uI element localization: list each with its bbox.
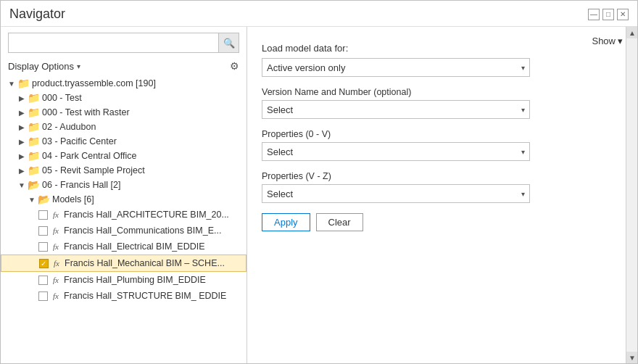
content-area: 🔍 Display Options ▾ ⚙ ▼ 📁 product.tryass… [1,27,637,363]
tree-item-francis-hall[interactable]: ▼ 📂 06 - Francis Hall [2] [1,178,246,192]
search-button[interactable]: 🔍 [218,33,239,52]
tree-item-000-raster[interactable]: ▶ 📁 000 - Test with Raster [1,105,246,120]
scroll-up-button[interactable]: ▲ [626,27,637,38]
folder-icon: 📁 [27,151,40,161]
properties-vz-label: Properties (V - Z) [262,171,623,181]
item-expand-arrow: ▶ [17,122,27,132]
folder-icon: 📁 [27,122,40,132]
display-options-bar: Display Options ▾ ⚙ [1,57,246,76]
root-label: product.tryassemble.com [190] [32,78,156,88]
fx-icon: fx [50,276,62,284]
checkbox-area [37,209,49,220]
buttons-row: Apply Clear [262,213,623,231]
folder-icon: 📁 [27,93,40,103]
item-expand-arrow: ▶ [17,151,27,161]
checkbox-area [37,290,49,302]
item-label: 06 - Francis Hall [2] [42,180,120,190]
active-version-dropdown[interactable]: Active version only ▾ [262,58,530,77]
item-label: Francis Hall_STRUCTURE BIM_ EDDIE [64,291,226,301]
tree-item-park-central[interactable]: ▶ 📁 04 - Park Central Office [1,149,246,163]
fx-icon: fx [51,259,62,268]
properties-0v-value: Select [267,146,293,157]
checkbox-fh-comm[interactable] [38,226,48,236]
fx-icon: fx [50,242,62,251]
item-label: 000 - Test [42,93,82,103]
checkbox-fh-arch[interactable] [38,210,48,220]
tree-container[interactable]: ▼ 📁 product.tryassemble.com [190] ▶ 📁 00… [1,76,246,363]
checkbox-area [37,241,49,252]
version-name-value: Select [267,104,293,115]
version-name-arrow: ▾ [521,106,525,114]
active-version-value: Active version only [267,62,345,73]
maximize-button[interactable]: □ [602,9,614,20]
display-options-label: Display Options [8,61,74,72]
version-name-row: Version Name and Number (optional) Selec… [262,87,623,119]
search-bar: 🔍 [8,33,239,53]
tree-item-000-test[interactable]: ▶ 📁 000 - Test [1,91,246,105]
item-label: 04 - Park Central Office [42,151,136,161]
show-button[interactable]: Show ▾ [592,36,623,46]
tree-item-revit-sample[interactable]: ▶ 📁 05 - Revit Sample Project [1,163,246,178]
checkbox-area: ✓ [38,257,49,269]
properties-0v-row: Properties (0 - V) Select ▾ [262,129,623,161]
tree-item-fh-struct[interactable]: fx Francis Hall_STRUCTURE BIM_ EDDIE [1,288,246,304]
item-expand-arrow: ▼ [27,194,37,204]
right-scrollbar: ▲ ▼ [626,27,637,363]
tree-root-item[interactable]: ▼ 📁 product.tryassemble.com [190] [1,76,246,91]
item-expand-arrow: ▶ [17,107,27,117]
properties-vz-value: Select [267,189,293,199]
checkbox-fh-struct[interactable] [38,291,48,301]
tree-item-audubon[interactable]: ▶ 📁 02 - Audubon [1,120,246,134]
folder-icon: 📁 [27,165,40,175]
properties-vz-arrow: ▾ [521,190,525,198]
load-model-section: Load model data for: Active version only… [262,43,623,231]
checkbox-fh-elec[interactable] [38,242,48,252]
clear-button[interactable]: Clear [316,213,363,231]
display-options-arrow: ▾ [77,62,80,70]
navigator-window: Navigator — □ ✕ 🔍 Display Options ▾ ⚙ [0,0,638,364]
scroll-down-button[interactable]: ▼ [626,352,637,363]
properties-0v-dropdown[interactable]: Select ▾ [262,142,530,161]
load-model-label: Load model data for: [262,43,623,54]
tree-item-pacific[interactable]: ▶ 📁 03 - Pacific Center [1,134,246,149]
tree-item-fh-mech[interactable]: ✓ fx Francis Hall_Mechanical BIM – SCHE.… [1,255,246,272]
options-icon-button[interactable]: ⚙ [230,60,239,72]
version-name-label: Version Name and Number (optional) [262,87,623,97]
apply-button[interactable]: Apply [262,213,310,231]
close-button[interactable]: ✕ [617,9,629,20]
item-expand-arrow: ▼ [17,180,27,190]
checkbox-area [37,225,49,236]
properties-vz-row: Properties (V - Z) Select ▾ [262,171,623,203]
item-label: Francis Hall_Communications BIM_E... [64,226,221,236]
checkbox-fh-plumb[interactable] [38,276,48,285]
minimize-button[interactable]: — [588,9,600,20]
fx-icon: fx [50,226,62,235]
window-title: Navigator [9,7,65,22]
title-controls: — □ ✕ [588,9,629,20]
tree-item-models[interactable]: ▼ 📂 Models [6] [1,192,246,207]
item-label: 03 - Pacific Center [42,136,117,146]
title-bar: Navigator — □ ✕ [1,1,637,27]
checkbox-fh-mech[interactable]: ✓ [39,259,49,268]
version-name-dropdown[interactable]: Select ▾ [262,100,530,119]
item-label: 05 - Revit Sample Project [42,165,145,175]
item-label: Models [6] [52,194,94,204]
models-folder-icon: 📂 [37,194,50,204]
tree-item-fh-arch[interactable]: fx Francis Hall_ARCHITECTURE BIM_20... [1,207,246,223]
properties-vz-dropdown[interactable]: Select ▾ [262,184,530,203]
item-label: 000 - Test with Raster [42,107,130,117]
display-options-button[interactable]: Display Options ▾ [8,61,80,72]
tree-item-fh-elec[interactable]: fx Francis Hall_Electrical BIM_EDDIE [1,239,246,255]
search-input[interactable] [9,35,218,51]
item-label: 02 - Audubon [42,122,96,132]
folder-icon: 📁 [27,136,40,146]
tree-item-fh-plumb[interactable]: fx Francis Hall_Plumbing BIM_EDDIE [1,272,246,288]
fx-icon: fx [50,291,62,300]
item-label: Francis Hall_Electrical BIM_EDDIE [64,241,205,252]
title-bar-left: Navigator [9,7,65,22]
properties-0v-label: Properties (0 - V) [262,129,623,139]
fx-icon: fx [50,210,62,219]
scroll-track [626,38,637,352]
tree-item-fh-comm[interactable]: fx Francis Hall_Communications BIM_E... [1,223,246,239]
checkbox-area [37,274,49,286]
